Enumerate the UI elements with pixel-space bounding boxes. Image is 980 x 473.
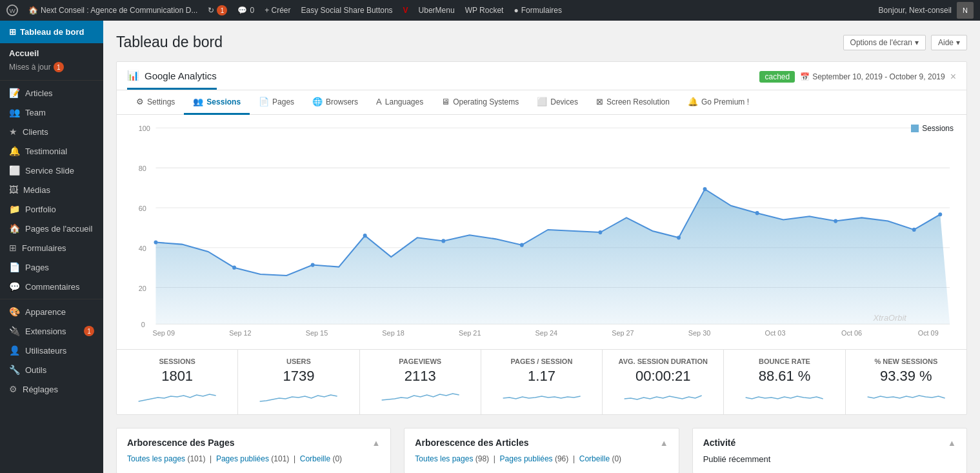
wp-logo[interactable]: W xyxy=(6,5,18,16)
published-articles-link[interactable]: Pages publiées xyxy=(500,454,553,463)
chart-legend: Sessions xyxy=(911,124,954,133)
ubermenu[interactable]: UberMenu xyxy=(419,6,455,15)
svg-text:Sep 21: Sep 21 xyxy=(459,329,481,337)
calendar-icon: 📅 xyxy=(800,72,810,81)
articles-card-collapse-button[interactable]: ▲ xyxy=(660,438,668,448)
svg-point-25 xyxy=(834,219,837,223)
options-ecran-button[interactable]: Options de l'écran ▾ xyxy=(843,35,926,50)
sidebar-mises[interactable]: Mises à jour 1 xyxy=(0,61,103,77)
svg-text:XtraOrbit: XtraOrbit xyxy=(873,313,908,323)
sidebar-item-service-slide[interactable]: ⬜ Service Slide xyxy=(0,161,103,180)
sidebar-item-testimonial[interactable]: 🔔 Testimonial xyxy=(0,141,103,161)
formulaires-top[interactable]: ● Formulaires xyxy=(514,6,562,15)
page-title: Tableau de bord xyxy=(116,34,223,51)
sidebar: ⊞ Tableau de bord Accueil Mises à jour 1… xyxy=(0,21,103,473)
tab-go-premium[interactable]: 🔔 Go Premium ! xyxy=(679,90,758,115)
tab-devices[interactable]: ⬜ Devices xyxy=(528,90,587,115)
tab-settings[interactable]: ⚙ Settings xyxy=(127,90,184,115)
team-icon: 👥 xyxy=(9,107,20,117)
analytics-header-right: cached 📅 September 10, 2019 - October 9,… xyxy=(759,71,956,89)
activity-card: Activité ▲ Publié récemment xyxy=(692,428,967,473)
sidebar-item-articles[interactable]: 📝 Articles xyxy=(0,83,103,103)
trash-pages-link[interactable]: Corbeille xyxy=(300,454,330,463)
articles-icon: 📝 xyxy=(9,88,20,98)
tab-screen-resolution[interactable]: ⊠ Screen Resolution xyxy=(587,90,679,115)
svg-point-26 xyxy=(912,228,916,232)
reglages-icon: ⚙ xyxy=(9,384,17,394)
svg-point-16 xyxy=(232,266,236,270)
svg-point-18 xyxy=(363,234,367,237)
all-pages-link[interactable]: Toutes les pages xyxy=(127,454,185,463)
sparkline-sessions xyxy=(123,388,231,407)
svg-text:0: 0 xyxy=(141,321,145,328)
sidebar-item-portfolio[interactable]: 📁 Portfolio xyxy=(0,199,103,219)
svg-text:W: W xyxy=(10,7,16,14)
extensions-icon: 🔌 xyxy=(9,326,20,336)
sidebar-item-apparence[interactable]: 🎨 Apparence xyxy=(0,302,103,321)
svg-text:Sep 15: Sep 15 xyxy=(306,329,328,337)
tab-pages[interactable]: 📄 Pages xyxy=(250,90,303,115)
stat-pageviews: PAGEVIEWS 2113 xyxy=(360,350,481,414)
browsers-tab-icon: 🌐 xyxy=(312,97,323,106)
sidebar-dashboard-header[interactable]: ⊞ Tableau de bord xyxy=(0,21,103,43)
pages-card-links: Toutes les pages (101) | Pages publiées … xyxy=(127,454,380,463)
sidebar-item-commentaires[interactable]: 💬 Commentaires xyxy=(0,277,103,296)
analytics-tabs: ⚙ Settings 👥 Sessions 📄 Pages 🌐 Browsers… xyxy=(117,90,966,115)
svg-point-23 xyxy=(703,187,707,191)
trash-articles-link[interactable]: Corbeille xyxy=(579,454,610,463)
sparkline-bounce xyxy=(730,388,838,407)
stat-sessions: SESSIONS 1801 xyxy=(117,350,238,414)
site-name[interactable]: 🏠 Next Conseil : Agence de Communication… xyxy=(28,6,197,15)
sidebar-item-pages[interactable]: 📄 Pages xyxy=(0,257,103,277)
admin-bar: W 🏠 Next Conseil : Agence de Communicati… xyxy=(0,0,980,21)
comments-item[interactable]: 💬 0 xyxy=(237,6,254,15)
screen-resolution-tab-icon: ⊠ xyxy=(596,97,603,106)
sidebar-item-medias[interactable]: 🖼 Médias xyxy=(0,180,103,199)
settings-tab-icon: ⚙ xyxy=(136,97,144,106)
stat-users: USERS 1739 xyxy=(238,350,359,414)
analytics-card-header: 📊 Google Analytics cached 📅 September 10… xyxy=(117,62,966,90)
medias-icon: 🖼 xyxy=(9,185,18,195)
tab-browsers[interactable]: 🌐 Browsers xyxy=(303,90,367,115)
sidebar-item-formulaires[interactable]: ⊞ Formulaires xyxy=(0,238,103,257)
stat-pages-per-session: PAGES / SESSION 1.17 xyxy=(481,350,603,414)
tab-languages[interactable]: A Languages xyxy=(367,90,432,115)
premium-tab-icon: 🔔 xyxy=(688,97,698,106)
sidebar-item-team[interactable]: 👥 Team xyxy=(0,103,103,122)
pages-card-header: Arborescence des Pages ▲ xyxy=(127,438,380,448)
tab-operating-systems[interactable]: 🖥 Operating Systems xyxy=(432,90,528,115)
published-pages-link[interactable]: Pages publiées xyxy=(216,454,269,463)
sidebar-accueil[interactable]: Accueil xyxy=(0,43,103,61)
svg-text:Sep 12: Sep 12 xyxy=(229,329,251,337)
sidebar-item-pages-accueil[interactable]: 🏠 Pages de l'accueil xyxy=(0,219,103,238)
analytics-chart-icon: 📊 xyxy=(127,70,139,81)
easy-social-share[interactable]: Easy Social Share Buttons xyxy=(301,6,393,15)
aide-button[interactable]: Aide ▾ xyxy=(931,35,967,50)
analytics-card: 📊 Google Analytics cached 📅 September 10… xyxy=(116,61,967,415)
clients-icon: ★ xyxy=(9,126,17,137)
close-button[interactable]: × xyxy=(950,71,956,83)
pages-tab-icon: 📄 xyxy=(259,97,269,106)
wp-rocket[interactable]: WP Rocket xyxy=(465,6,504,15)
sidebar-item-outils[interactable]: 🔧 Outils xyxy=(0,360,103,379)
create-item[interactable]: + Créer xyxy=(265,6,290,15)
v-plugin[interactable]: V xyxy=(403,6,408,15)
svg-text:Sep 09: Sep 09 xyxy=(153,329,175,337)
tab-sessions[interactable]: 👥 Sessions xyxy=(184,90,250,115)
sidebar-item-reglages[interactable]: ⚙ Réglages xyxy=(0,379,103,399)
sidebar-item-clients[interactable]: ★ Clients xyxy=(0,122,103,141)
pages-card-collapse-button[interactable]: ▲ xyxy=(372,438,380,448)
all-articles-link[interactable]: Toutes les pages xyxy=(415,454,473,463)
updates-item[interactable]: ↻ 1 xyxy=(208,5,227,15)
svg-point-21 xyxy=(598,230,602,234)
stats-row: SESSIONS 1801 USERS 1739 PAGEVIEWS 2113 xyxy=(117,349,966,414)
sidebar-item-extensions[interactable]: 🔌 Extensions 1 xyxy=(0,321,103,341)
service-slide-icon: ⬜ xyxy=(9,165,20,176)
svg-text:Sep 30: Sep 30 xyxy=(688,329,710,337)
sidebar-item-utilisateurs[interactable]: 👤 Utilisateurs xyxy=(0,341,103,360)
outils-icon: 🔧 xyxy=(9,365,20,375)
svg-point-19 xyxy=(441,239,445,243)
svg-point-22 xyxy=(677,236,681,239)
activity-card-collapse-button[interactable]: ▲ xyxy=(948,438,956,448)
main-content: Tableau de bord Options de l'écran ▾ Aid… xyxy=(103,21,980,473)
